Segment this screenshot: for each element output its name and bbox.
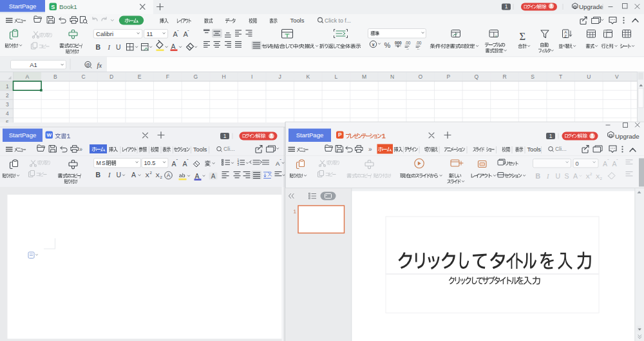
- svg-text:4: 4: [6, 110, 9, 117]
- svg-text:3: 3: [238, 163, 240, 166]
- svg-text:Tools: Tools: [193, 146, 207, 153]
- svg-text:P: P: [446, 73, 450, 80]
- svg-text:B: B: [96, 171, 101, 179]
- svg-text:U: U: [117, 171, 122, 179]
- svg-text:.00: .00: [405, 41, 411, 45]
- svg-text:B: B: [96, 43, 101, 51]
- svg-text:»: »: [79, 146, 83, 153]
- svg-text:ˇ: ˇ: [187, 29, 189, 35]
- svg-text:%: %: [384, 41, 391, 49]
- svg-text:Calibri: Calibri: [96, 30, 113, 37]
- svg-text:S: S: [531, 73, 535, 80]
- svg-text:Tools: Tools: [290, 17, 305, 24]
- svg-text:W: W: [46, 132, 52, 138]
- svg-text:0: 0: [576, 161, 579, 167]
- svg-text:L: L: [335, 73, 338, 80]
- svg-text:Cli...: Cli...: [223, 146, 235, 152]
- svg-text:10.5: 10.5: [144, 160, 156, 166]
- svg-text:A: A: [167, 172, 171, 179]
- svg-text:A: A: [171, 43, 176, 50]
- svg-text:≈: ≈: [495, 34, 498, 38]
- svg-text:→: →: [406, 46, 410, 50]
- svg-text:R: R: [502, 73, 506, 80]
- svg-text:V: V: [615, 73, 619, 80]
- svg-text:N: N: [390, 73, 394, 80]
- svg-text:K: K: [306, 73, 310, 80]
- svg-text:A: A: [211, 173, 216, 180]
- svg-text:StartPage: StartPage: [9, 3, 37, 10]
- svg-text:T: T: [559, 73, 562, 80]
- svg-text:P: P: [338, 132, 342, 138]
- svg-text:G: G: [194, 73, 198, 80]
- svg-text:J: J: [279, 73, 281, 80]
- svg-text:I: I: [108, 171, 111, 179]
- svg-text:C: C: [81, 73, 85, 80]
- svg-text:Tools: Tools: [527, 146, 542, 153]
- svg-text:I: I: [546, 173, 549, 180]
- svg-text:StartPage: StartPage: [9, 132, 37, 139]
- svg-text:A: A: [573, 172, 578, 180]
- svg-text:B: B: [536, 172, 541, 180]
- svg-text:Cli...: Cli...: [555, 146, 567, 152]
- svg-text:Z: Z: [564, 34, 567, 38]
- svg-text:StartPage: StartPage: [296, 132, 324, 139]
- svg-text:ˆ: ˆ: [607, 158, 609, 164]
- svg-text:Upgrade: Upgrade: [579, 3, 603, 10]
- svg-text:X: X: [146, 171, 150, 179]
- svg-text:O: O: [418, 73, 422, 80]
- svg-text:E: E: [138, 73, 142, 80]
- svg-text:ˆ: ˆ: [176, 158, 178, 164]
- svg-text:M: M: [97, 160, 101, 166]
- svg-text:X: X: [156, 171, 160, 179]
- svg-text:fx: fx: [97, 62, 102, 69]
- svg-text:S: S: [565, 172, 569, 180]
- svg-text:D: D: [109, 73, 113, 80]
- svg-text:M: M: [362, 73, 366, 80]
- svg-text:A: A: [603, 160, 607, 168]
- svg-text:A: A: [131, 171, 136, 179]
- svg-text:S: S: [102, 160, 106, 166]
- svg-text:1: 1: [549, 133, 553, 139]
- svg-text:U: U: [587, 73, 591, 80]
- svg-text:H: H: [222, 73, 225, 80]
- svg-text:U: U: [116, 43, 121, 51]
- svg-text:A: A: [25, 73, 29, 80]
- svg-text:S: S: [51, 4, 55, 10]
- svg-text:Book1: Book1: [59, 3, 77, 10]
- svg-text:ˆ: ˆ: [177, 29, 179, 35]
- svg-text:ˇ: ˇ: [187, 158, 189, 164]
- svg-text:Click to f...: Click to f...: [325, 17, 351, 24]
- svg-text:U: U: [556, 172, 561, 180]
- svg-text:.00: .00: [416, 41, 422, 45]
- svg-text:F: F: [166, 73, 169, 80]
- svg-text:I: I: [251, 73, 252, 80]
- svg-text:←: ←: [417, 46, 421, 50]
- svg-text:Σ: Σ: [520, 30, 526, 43]
- svg-text:1: 1: [6, 83, 9, 90]
- svg-text:2: 2: [6, 92, 9, 99]
- svg-text:Upgrade: Upgrade: [615, 133, 639, 140]
- svg-text:B: B: [53, 73, 57, 80]
- svg-text:A: A: [195, 172, 200, 180]
- svg-text:000: 000: [395, 41, 402, 45]
- svg-text:11: 11: [147, 30, 153, 37]
- svg-text:@: @: [86, 63, 90, 67]
- svg-text:ˇ: ˇ: [616, 158, 618, 164]
- svg-text:A: A: [172, 160, 176, 168]
- svg-text:I: I: [108, 44, 111, 51]
- svg-text:1: 1: [223, 133, 227, 139]
- svg-text:3: 3: [6, 101, 9, 108]
- svg-text:1: 1: [505, 3, 508, 10]
- svg-text:Q: Q: [475, 73, 479, 80]
- svg-text:A1: A1: [30, 61, 37, 68]
- svg-text:»: »: [368, 146, 372, 153]
